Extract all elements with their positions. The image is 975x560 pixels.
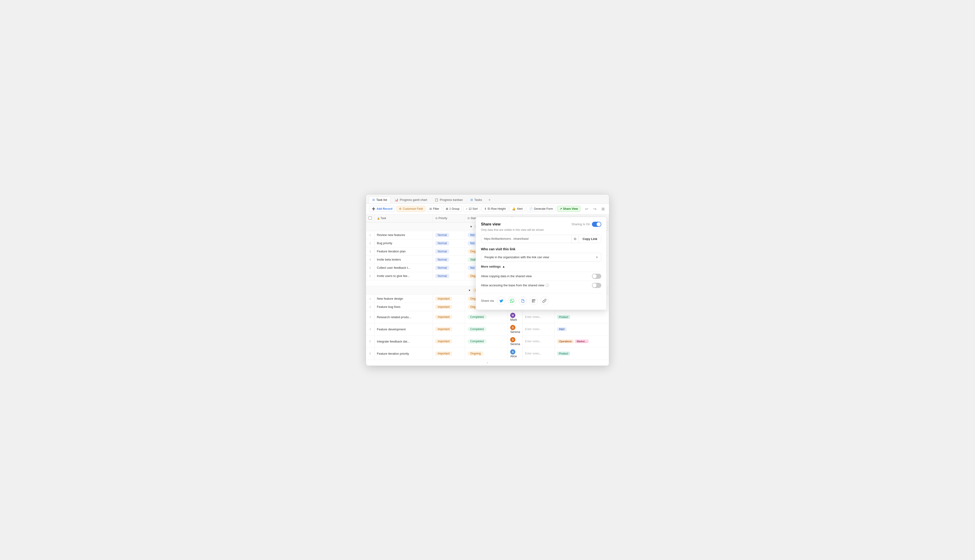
alert-button[interactable]: 🔔 Alert: [510, 206, 525, 212]
expand-button[interactable]: ⊞: [600, 205, 607, 212]
copy-link-button[interactable]: Copy Link: [578, 235, 601, 243]
row-status: Completed: [465, 311, 508, 323]
share-panel-title: Share view: [481, 222, 501, 227]
more-settings-label: More settings: [481, 265, 501, 268]
row-task[interactable]: Feature development: [374, 323, 433, 335]
row-task[interactable]: Integrate feedback dat...: [374, 335, 433, 347]
row-notes[interactable]: Enter notes...: [523, 335, 555, 347]
filter-label: Filter: [433, 207, 439, 210]
priority-badge: Normal: [435, 233, 449, 237]
tab-progress-kanban-icon: 📋: [435, 198, 438, 202]
row-num: 2: [366, 239, 374, 247]
row-notes[interactable]: Enter notes...: [523, 311, 555, 323]
sharing-toggle[interactable]: [592, 222, 601, 227]
allow-copy-toggle[interactable]: [592, 274, 601, 279]
row-num: 3: [366, 311, 374, 323]
share-whatsapp-button[interactable]: [508, 297, 516, 305]
add-record-label: Add Record: [377, 207, 392, 210]
row-notes[interactable]: Enter notes...: [523, 347, 555, 360]
filter-button[interactable]: ⊟ Filter: [427, 206, 442, 212]
chevron-up-icon: ▲: [502, 265, 505, 268]
row-task[interactable]: Bug priority: [374, 239, 433, 247]
toolbar: ➕ Add Record ⚙ Customize Field ⊟ Filter …: [366, 204, 609, 215]
row-assignee: AAlice: [508, 347, 523, 360]
who-can-dropdown[interactable]: People in the organization with the link…: [481, 253, 601, 262]
row-num: 4: [366, 255, 374, 263]
priority-badge: Normal: [435, 258, 449, 262]
generate-form-label: Generate Form: [534, 207, 553, 210]
tab-task-list-icon: ⊞: [372, 198, 375, 202]
undo-button[interactable]: ↩: [583, 205, 590, 212]
add-record-button[interactable]: ➕ Add Record: [369, 206, 395, 212]
row-task[interactable]: New feature design: [374, 295, 433, 303]
group-icon: ⊞: [446, 207, 448, 210]
row-dept: R&D: [555, 323, 609, 335]
customize-field-button[interactable]: ⚙ Customize Field: [397, 206, 425, 212]
row-task[interactable]: Feature bug fixes: [374, 303, 433, 311]
row-notes[interactable]: Enter notes...: [523, 323, 555, 335]
row-num: 6: [366, 347, 374, 360]
avatar: A: [510, 349, 515, 355]
priority-badge: Normal: [435, 274, 449, 278]
sort-label: 12 Sort: [468, 207, 478, 210]
dept-tag: R&D: [557, 327, 567, 331]
row-priority: Important: [433, 295, 465, 303]
row-task[interactable]: Invite users to give fee...: [374, 272, 433, 280]
allow-access-toggle[interactable]: [592, 283, 601, 288]
task-header-label: Task: [380, 217, 387, 220]
row-task[interactable]: Invite beta testers: [374, 255, 433, 263]
copy-link-icon-button[interactable]: ⧉: [572, 235, 578, 243]
share-twitter-button[interactable]: [497, 297, 505, 305]
alert-icon: 🔔: [512, 207, 516, 210]
share-panel: Share view Sharing Is On Only data that …: [475, 217, 607, 310]
row-height-button[interactable]: ⇕ Et Row Height: [482, 206, 508, 212]
redo-button[interactable]: ↪: [592, 205, 598, 212]
assignee-name: Serena: [510, 330, 520, 333]
row-num: 4: [366, 323, 374, 335]
share-link-url: https://brillianttomorro.../share/base/: [481, 235, 571, 242]
lock-icon: 🔒: [377, 217, 380, 220]
row-status: Completed: [465, 323, 508, 335]
assignee-name: Alice: [510, 355, 517, 358]
tab-tasks-label: Tasks: [474, 198, 482, 202]
tab-progress-kanban[interactable]: 📋 Progress kanban: [431, 197, 466, 203]
row-task[interactable]: Collect user feedback t...: [374, 263, 433, 272]
plus-icon: ➕: [372, 207, 375, 210]
generate-form-button[interactable]: 📄 Generate Form: [527, 206, 555, 212]
share-view-button[interactable]: ↗ Share View: [557, 206, 581, 212]
share-panel-header: Share view Sharing Is On: [481, 222, 601, 227]
row-task[interactable]: Feature iteration plan: [374, 247, 433, 255]
priority-badge: Normal: [435, 249, 449, 253]
add-tab-button[interactable]: +: [486, 197, 493, 203]
tab-tasks[interactable]: ⊞ Tasks: [467, 197, 486, 203]
row-priority: Important: [433, 303, 465, 311]
share-link-row: https://brillianttomorro.../share/base/ …: [481, 235, 601, 243]
priority-badge: Important: [435, 297, 452, 301]
row-priority: Important: [433, 311, 465, 323]
tab-progress-gantt[interactable]: 📊 Progress gantt chart: [391, 197, 431, 203]
row-priority: Important: [433, 335, 465, 347]
tab-task-list[interactable]: ⊞ Task list: [369, 197, 390, 203]
group-toggle-normal[interactable]: ▼: [470, 225, 472, 228]
row-task[interactable]: Research related produ...: [374, 311, 433, 323]
sort-button[interactable]: ↕ 12 Sort: [463, 206, 480, 212]
share-qr-button[interactable]: [529, 297, 538, 305]
share-link-copy-button[interactable]: [540, 297, 548, 305]
info-icon[interactable]: i: [545, 284, 549, 287]
share-icon: ↗: [560, 207, 562, 210]
row-num: 6: [366, 272, 374, 280]
add-row-cell[interactable]: +: [366, 360, 609, 365]
dept-tag: Product: [557, 315, 570, 319]
more-settings-toggle[interactable]: More settings ▲: [481, 265, 601, 268]
table-area: 🔒 Task ⊙ Priority ⊙ Status 👤: [366, 215, 609, 366]
customize-icon: ⚙: [399, 207, 402, 210]
group-button[interactable]: ⊞ 1 Group: [443, 206, 462, 212]
alert-label: Alert: [517, 207, 523, 210]
group-toggle-important[interactable]: ▼: [468, 289, 471, 292]
row-task[interactable]: Feature iteration priority: [374, 347, 433, 360]
row-task[interactable]: Review new features: [374, 231, 433, 239]
share-via-row: Share via: [481, 293, 601, 305]
checkbox-header[interactable]: [366, 215, 374, 222]
select-all-checkbox[interactable]: [368, 216, 372, 220]
share-docs-button[interactable]: [518, 297, 527, 305]
